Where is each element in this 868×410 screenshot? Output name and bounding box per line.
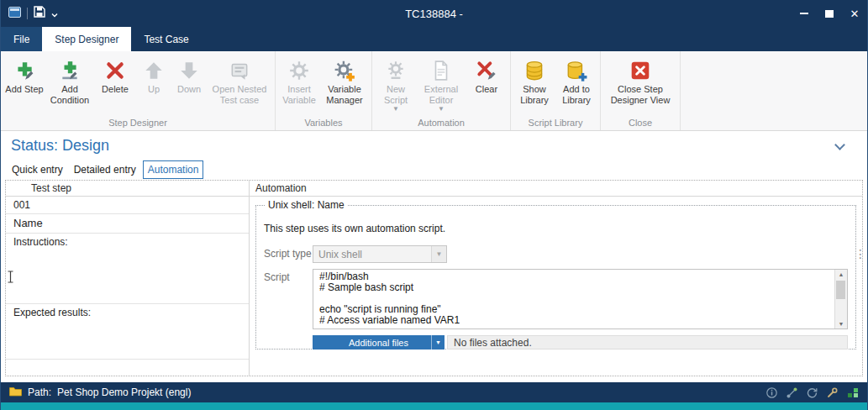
ribbon-group-label: Step Designer (3, 117, 272, 130)
test-step-column-header: Test step (6, 181, 250, 196)
step-designer-content: Test step Automation 001 Name Instructio… (5, 180, 863, 376)
script-textarea[interactable]: #!/bin/bash # Sample bash script echo "s… (313, 269, 848, 329)
add-to-library-button[interactable]: Add to Library (555, 53, 597, 117)
document-pencil-icon (430, 56, 452, 84)
tab-step-designer[interactable]: Step Designer (42, 27, 131, 51)
splitter-handle[interactable]: ⋮ (855, 248, 866, 260)
maximize-icon (825, 10, 834, 18)
button-label: Show Library (515, 84, 554, 105)
connection-icon[interactable] (786, 387, 797, 398)
insert-variable-button[interactable]: Insert Variable (278, 53, 320, 117)
database-icon (523, 56, 545, 84)
button-label: Delete (102, 84, 129, 95)
button-label: Down (177, 84, 201, 95)
up-button[interactable]: Up (136, 53, 171, 117)
activity-status-icon[interactable] (847, 387, 859, 398)
ribbon-group-close: Close Step Designer View Close (601, 51, 681, 130)
tab-quick-entry[interactable]: Quick entry (8, 161, 67, 178)
tools-icon[interactable] (827, 387, 838, 398)
open-nested-testcase-button[interactable]: Open Nested Test case (207, 53, 272, 117)
close-button[interactable]: ✕ (842, 2, 867, 25)
ribbon-group-label: Automation (375, 117, 508, 130)
close-step-designer-view-button[interactable]: Close Step Designer View (603, 53, 677, 117)
info-icon[interactable] (766, 387, 777, 398)
expected-results-field[interactable]: Expected results: (6, 304, 249, 360)
script-type-value: Unix shell (318, 249, 362, 260)
ribbon-group-label: Script Library (513, 117, 597, 130)
script-description: This step uses its own automation script… (264, 223, 848, 234)
ribbon-group-script-library: Show Library Add to Library Script Libra… (511, 51, 601, 130)
script-type-select[interactable]: Unix shell ▼ (313, 245, 447, 263)
instructions-field[interactable]: Instructions: (6, 234, 249, 304)
ribbon-group-label: Close (603, 117, 677, 130)
database-plus-icon (566, 56, 587, 84)
statusbar: Path: Pet Shop Demo Projekt (engl) (1, 382, 867, 402)
arrow-down-icon (178, 56, 200, 84)
delete-icon (104, 56, 126, 84)
button-label: Add Condition (47, 84, 92, 105)
button-label: Insert Variable (280, 84, 318, 105)
variable-manager-button[interactable]: Variable Manager (320, 53, 369, 117)
new-script-button[interactable]: New Script ▼ (375, 53, 417, 117)
save-icon[interactable] (34, 6, 45, 21)
clear-icon (476, 56, 497, 84)
groupbox-title: Unix shell: Name (266, 199, 347, 211)
add-condition-icon (59, 56, 81, 84)
dropdown-caret-icon: ▼ (438, 106, 445, 113)
button-label: Open Nested Test case (208, 84, 271, 105)
folder-icon (9, 386, 22, 399)
button-label: External Editor (418, 84, 464, 105)
button-label: New Script (376, 84, 415, 105)
script-type-label: Script type (264, 245, 313, 263)
ribbon-group-automation: New Script ▼ External Editor ▼ Clear (372, 51, 511, 130)
show-library-button[interactable]: Show Library (513, 53, 555, 117)
ribbon-tab-row: File Step Designer Test Case (1, 27, 867, 51)
ribbon-group-label: Variables (278, 117, 369, 130)
text-cursor-pointer (7, 271, 14, 286)
button-label: Clear (476, 84, 497, 95)
delete-button[interactable]: Delete (94, 53, 136, 117)
collapse-chevron-icon[interactable] (834, 139, 845, 150)
clear-button[interactable]: Clear (466, 53, 508, 117)
app-icon[interactable] (8, 6, 21, 21)
close-icon: ✕ (850, 8, 860, 19)
external-editor-button[interactable]: External Editor ▼ (417, 53, 466, 117)
minimize-button[interactable] (792, 2, 817, 25)
maximize-button[interactable] (817, 2, 842, 25)
additional-files-button[interactable]: Additional files ▼ (313, 335, 445, 350)
add-condition-button[interactable]: Add Condition (45, 53, 94, 117)
window-controls: ✕ (792, 2, 867, 25)
scrollbar[interactable]: ▲ ▼ (834, 270, 847, 329)
tab-file[interactable]: File (1, 27, 42, 51)
step-name-cell[interactable]: Name (6, 214, 249, 234)
status-header: Status: Design (1, 131, 867, 160)
scroll-down-icon[interactable]: ▼ (839, 321, 844, 327)
customize-toolbar-chevron-icon[interactable] (51, 6, 58, 21)
scroll-up-icon[interactable]: ▲ (839, 271, 844, 277)
nested-testcase-icon (229, 56, 250, 84)
button-label: Variable Manager (322, 84, 367, 105)
add-step-button[interactable]: Add Step (3, 53, 45, 117)
down-button[interactable]: Down (171, 53, 207, 117)
path-label: Path: (28, 386, 51, 398)
step-number-cell[interactable]: 001 (6, 197, 249, 214)
tab-detailed-entry[interactable]: Detailed entry (70, 161, 140, 178)
gear-icon (288, 56, 310, 84)
gear-plus-icon (334, 56, 355, 84)
entry-mode-tabs: Quick entry Detailed entry Automation (1, 160, 867, 180)
close-view-icon (629, 56, 651, 84)
additional-files-label: Additional files (349, 338, 408, 348)
button-label: Add to Library (557, 84, 596, 105)
toolbar-separator (27, 8, 28, 19)
tab-automation[interactable]: Automation (143, 160, 204, 179)
bottom-strip (1, 402, 867, 410)
tab-test-case[interactable]: Test Case (131, 27, 201, 51)
additional-files-dropdown-icon[interactable]: ▼ (431, 335, 445, 350)
quick-access-toolbar (1, 6, 58, 21)
path-value: Pet Shop Demo Projekt (engl) (57, 386, 191, 398)
arrow-up-icon (143, 56, 165, 84)
add-step-icon (13, 56, 35, 84)
scrollbar-thumb[interactable] (836, 281, 845, 299)
sync-icon[interactable] (807, 387, 818, 398)
dropdown-caret-icon: ▼ (392, 106, 399, 113)
